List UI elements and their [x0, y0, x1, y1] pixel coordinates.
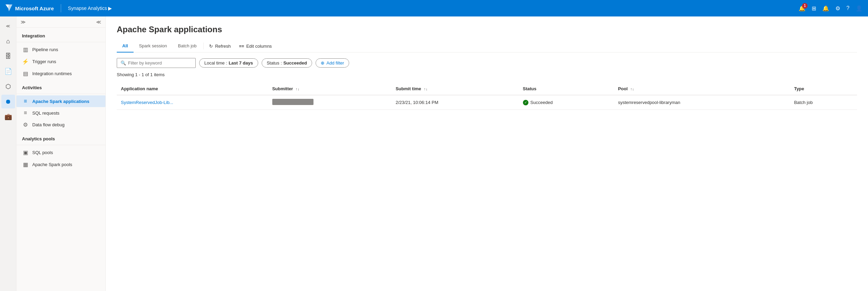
refresh-icon: ↻ [209, 44, 213, 49]
nav-item-label-spark-applications: Apache Spark applications [32, 99, 89, 104]
tab-spark-session[interactable]: Spark session [134, 40, 173, 53]
section-label-activities: Activities [16, 80, 105, 92]
tab-action-separator [203, 43, 204, 49]
main-layout: ≪ ⌂ 🗄 📄 ⬡ ⏺ 💼 ≫ ≪ Integration ▥ Pipeline… [0, 16, 868, 291]
status-succeeded-icon: ✓ [523, 100, 528, 105]
content-area: Apache Spark applications All Spark sess… [106, 16, 868, 291]
nav-item-integration-runtimes[interactable]: ▤ Integration runtimes [16, 68, 105, 80]
tab-batch-job[interactable]: Batch job [172, 40, 202, 53]
col-header-app-name: Application name [117, 83, 268, 95]
nav-item-label-sql-requests: SQL requests [32, 110, 59, 116]
nav-item-label-sql-pools: SQL pools [32, 150, 53, 155]
filter-value-status: Succeeded [283, 60, 307, 66]
col-header-submitter[interactable]: Submitter ↑↓ [268, 83, 392, 95]
refresh-button[interactable]: ↻ Refresh [205, 41, 235, 51]
sidebar-icon-collapse[interactable]: ≪ [1, 19, 15, 33]
notification-badge: 1 [802, 3, 808, 9]
pool-sort-icon: ↑↓ [630, 87, 634, 91]
help-icon[interactable]: ? [846, 5, 849, 11]
sidebar-icon-home[interactable]: ⌂ [1, 34, 15, 48]
nav-item-data-flow-debug[interactable]: ⚙ Data flow debug [16, 119, 105, 131]
left-nav-panel: ≫ ≪ Integration ▥ Pipeline runs ⚡ Trigge… [16, 16, 106, 291]
cell-app-name: SystemReservedJob-Lib... [117, 95, 268, 110]
user-icon[interactable]: 👤 [856, 5, 863, 12]
portal-menu-icon[interactable]: ⊞ [812, 5, 816, 12]
sidebar-icon-manage[interactable]: 💼 [1, 110, 15, 124]
expand-collapse-left-icon[interactable]: ≫ [21, 19, 26, 25]
add-filter-icon: ⊕ [321, 60, 324, 66]
cell-pool: systemreservedpool-libraryman [614, 95, 790, 110]
spark-applications-icon: ≡ [22, 98, 29, 104]
trigger-runs-icon: ⚡ [22, 58, 29, 65]
search-input[interactable] [128, 60, 192, 66]
filters-row: 🔍 Local time : Last 7 days Status : Succ… [117, 58, 857, 68]
sidebar-icon-data[interactable]: 🗄 [1, 49, 15, 63]
nav-item-label-integration-runtimes: Integration runtimes [32, 71, 72, 76]
sidebar-icon-integrate[interactable]: ⬡ [1, 80, 15, 93]
cell-submitter [268, 95, 392, 110]
filter-chip-local-time[interactable]: Local time : Last 7 days [199, 58, 258, 68]
col-header-submit-time[interactable]: Submit time ↑↓ [391, 83, 518, 95]
nav-item-trigger-runs[interactable]: ⚡ Trigger runs [16, 56, 105, 68]
sidebar-icon-develop[interactable]: 📄 [1, 65, 15, 78]
data-table: Application name Submitter ↑↓ Submit tim… [117, 83, 857, 110]
cell-type: Batch job [790, 95, 857, 110]
filter-key-status: Status [267, 60, 279, 66]
nav-item-label-trigger-runs: Trigger runs [32, 59, 56, 64]
search-box[interactable]: 🔍 [117, 58, 196, 68]
col-header-status: Status [519, 83, 614, 95]
brand-name: Microsoft Azure [15, 5, 54, 11]
brand-area: Microsoft Azure Synapse Analytics ▶ [5, 4, 112, 12]
icon-sidebar: ≪ ⌂ 🗄 📄 ⬡ ⏺ 💼 [0, 16, 16, 291]
settings-icon[interactable]: ⚙ [835, 5, 840, 12]
sql-requests-icon: ≡ [22, 110, 29, 116]
cell-status: ✓ Succeeded [519, 95, 614, 110]
notification-icon[interactable]: 🔔 1 [799, 5, 806, 12]
nav-item-pipeline-runs[interactable]: ▥ Pipeline runs [16, 44, 105, 56]
search-icon: 🔍 [121, 60, 126, 66]
topbar: Microsoft Azure Synapse Analytics ▶ 🔔 1 … [0, 0, 868, 16]
chevron-right-icon: ▶ [108, 5, 112, 11]
submitter-redacted [272, 99, 313, 105]
nav-item-apache-spark-pools[interactable]: ▦ Apache Spark pools [16, 159, 105, 171]
left-nav-header: ≫ ≪ [16, 16, 105, 28]
col-header-pool[interactable]: Pool ↑↓ [614, 83, 790, 95]
edit-columns-icon: ≡≡ [239, 44, 244, 49]
alert-icon[interactable]: 🔔 [822, 5, 829, 12]
submit-time-sort-icon: ↑↓ [424, 87, 427, 91]
tabs-bar: All Spark session Batch job ↻ Refresh ≡≡… [117, 40, 857, 53]
topbar-right: 🔔 1 ⊞ 🔔 ⚙ ? 👤 [799, 5, 863, 12]
edit-columns-button[interactable]: ≡≡ Edit columns [235, 41, 276, 51]
sidebar-icon-monitor[interactable]: ⏺ [1, 95, 15, 108]
nav-item-sql-pools[interactable]: ▣ SQL pools [16, 147, 105, 159]
integration-runtimes-icon: ▤ [22, 70, 29, 77]
filter-chip-status[interactable]: Status : Succeeded [262, 58, 312, 68]
nav-item-label-pipeline-runs: Pipeline runs [32, 47, 58, 52]
submitter-sort-icon: ↑↓ [296, 87, 299, 91]
nav-item-sql-requests[interactable]: ≡ SQL requests [16, 107, 105, 119]
status-succeeded: ✓ Succeeded [523, 100, 610, 105]
filter-key-local-time: Local time [204, 60, 225, 66]
apache-spark-pools-icon: ▦ [22, 161, 29, 168]
page-title: Apache Spark applications [117, 25, 857, 34]
section-label-integration: Integration [16, 28, 105, 40]
tab-all[interactable]: All [117, 40, 134, 53]
pipeline-runs-icon: ▥ [22, 46, 29, 53]
azure-logo [5, 4, 12, 12]
cell-submit-time: 2/23/21, 10:06:14 PM [391, 95, 518, 110]
sql-pools-icon: ▣ [22, 149, 29, 156]
col-header-type: Type [790, 83, 857, 95]
app-name-link[interactable]: SystemReservedJob-Lib... [121, 100, 173, 105]
nav-item-spark-applications[interactable]: ≡ Apache Spark applications [16, 95, 105, 107]
add-filter-button[interactable]: ⊕ Add filter [316, 58, 349, 68]
collapse-left-icon[interactable]: ≪ [96, 19, 101, 25]
table-body: SystemReservedJob-Lib... 2/23/21, 10:06:… [117, 95, 857, 110]
table-row: SystemReservedJob-Lib... 2/23/21, 10:06:… [117, 95, 857, 110]
filter-value-local-time: Last 7 days [229, 60, 253, 66]
data-flow-debug-icon: ⚙ [22, 121, 29, 128]
showing-count: Showing 1 - 1 of 1 items [117, 72, 857, 77]
nav-item-label-data-flow-debug: Data flow debug [32, 122, 65, 127]
nav-item-label-apache-spark-pools: Apache Spark pools [32, 162, 72, 167]
service-name: Synapse Analytics ▶ [68, 5, 112, 11]
table-header: Application name Submitter ↑↓ Submit tim… [117, 83, 857, 95]
